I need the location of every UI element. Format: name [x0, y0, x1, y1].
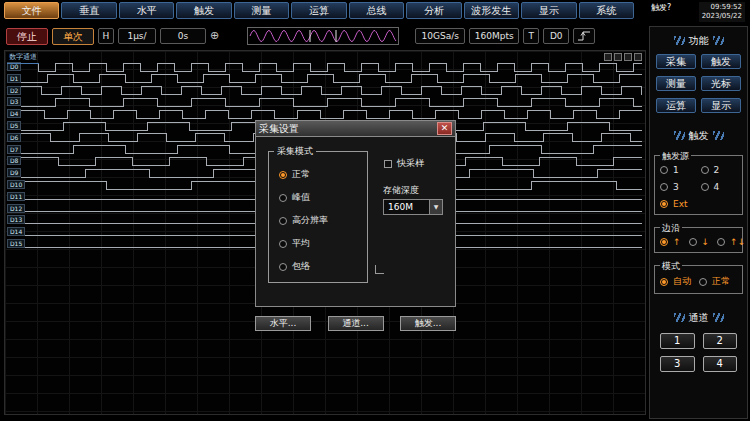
dialog-footer-button-1[interactable]: 通道... — [328, 316, 384, 331]
radio-icon — [699, 278, 707, 286]
dialog-titlebar[interactable]: 采集设置 ✕ — [255, 120, 456, 137]
trigger-source-label: 触发源 — [660, 150, 691, 163]
channel-label-d11[interactable]: D11 — [7, 192, 25, 201]
trigger-slope-icon[interactable] — [573, 28, 595, 44]
radio-label: 正常 — [292, 168, 310, 181]
channel-label-d7[interactable]: D7 — [7, 145, 21, 154]
radio-label: ↓ — [702, 237, 710, 247]
header-decoration-icon — [674, 36, 685, 45]
function-button-3[interactable]: 光标 — [701, 76, 741, 91]
channel-label-d3[interactable]: D3 — [7, 97, 21, 106]
radio-label: 峰值 — [292, 191, 310, 204]
channel-label-d13[interactable]: D13 — [7, 215, 25, 224]
menu-item-2[interactable]: 水平 — [119, 2, 174, 19]
wave-trace-d2 — [21, 87, 642, 95]
edge-option-0[interactable]: ↑ — [660, 237, 681, 247]
trigger-mode-group: 模式 自动正常 — [654, 265, 743, 294]
channel-label-d1[interactable]: D1 — [7, 74, 21, 83]
function-button-5[interactable]: 显示 — [701, 98, 741, 113]
stop-button[interactable]: 停止 — [6, 28, 48, 45]
function-button-1[interactable]: 触发 — [701, 54, 741, 69]
window-control-icon-0[interactable] — [604, 53, 612, 61]
radio-icon — [717, 238, 725, 246]
acq-mode-option-1[interactable]: 峰值 — [279, 191, 367, 204]
menu-item-10[interactable]: 系统 — [579, 2, 634, 19]
timebase-value[interactable]: 1μs/ — [118, 28, 156, 44]
acq-mode-option-2[interactable]: 高分辨率 — [279, 214, 367, 227]
acq-mode-option-3[interactable]: 平均 — [279, 237, 367, 250]
channel-label-d5[interactable]: D5 — [7, 121, 21, 130]
memory-depth-dropdown[interactable]: 160M ▼ — [383, 199, 443, 215]
channel-label-d6[interactable]: D6 — [7, 133, 21, 142]
menu-item-8[interactable]: 波形发生 — [464, 2, 519, 19]
dialog-body: 采集模式 正常峰值高分辨率平均包络 快采样 存储深度 160M ▼ — [255, 137, 456, 307]
channel-label-d9[interactable]: D9 — [7, 168, 21, 177]
window-control-icon-2[interactable] — [624, 53, 632, 61]
clock: 09:59:52 2023/05/22 — [699, 2, 745, 22]
acq-mode-group-label: 采集模式 — [274, 145, 316, 158]
offset-value[interactable]: 0s — [160, 28, 206, 44]
channel-label-d14[interactable]: D14 — [7, 227, 25, 236]
acq-mode-option-4[interactable]: 包络 — [279, 260, 367, 273]
menu-item-3[interactable]: 触发 — [176, 2, 231, 19]
menu-item-1[interactable]: 垂直 — [61, 2, 116, 19]
trigger-mode-option-1[interactable]: 正常 — [699, 275, 730, 288]
menu-item-9[interactable]: 显示 — [521, 2, 576, 19]
menu-item-0[interactable]: 文件 — [4, 2, 59, 19]
memory-depth-label: 存储深度 — [383, 184, 419, 197]
channel-label-d8[interactable]: D8 — [7, 156, 21, 165]
menu-item-7[interactable]: 分析 — [406, 2, 461, 19]
radio-icon — [660, 238, 668, 246]
radio-label: 1 — [673, 165, 679, 175]
trigger-source-value[interactable]: D0 — [543, 28, 569, 44]
channel-label-d4[interactable]: D4 — [7, 109, 21, 118]
function-button-0[interactable]: 采集 — [656, 54, 696, 69]
radio-label: 自动 — [673, 275, 691, 288]
trigger-source-option-3[interactable]: 4 — [701, 182, 738, 192]
window-control-icon-3[interactable] — [634, 53, 642, 61]
dialog-title: 采集设置 — [259, 122, 299, 136]
preview-sine-wave — [250, 31, 396, 42]
menu-item-6[interactable]: 总线 — [349, 2, 404, 19]
offset-knob-icon[interactable]: ⊕ — [210, 28, 219, 44]
channel-button-4[interactable]: 4 — [703, 356, 738, 372]
header-decoration-icon — [713, 131, 724, 140]
channel-label-d12[interactable]: D12 — [7, 204, 25, 213]
window-control-icon-1[interactable] — [614, 53, 622, 61]
wave-trace-d0 — [21, 63, 642, 71]
single-button[interactable]: 单次 — [52, 28, 94, 45]
right-sidebar: 触发? 09:59:52 2023/05/22 功能 采集触发测量光标运算显示 … — [648, 0, 749, 421]
menu-item-5[interactable]: 运算 — [291, 2, 346, 19]
sidebar-panel: 功能 采集触发测量光标运算显示 触发 触发源 1234Ext 边沿 ↑↓↑↓ 模… — [649, 26, 748, 419]
close-icon[interactable]: ✕ — [437, 122, 452, 135]
edge-option-2[interactable]: ↑↓ — [717, 237, 745, 247]
radio-icon — [689, 238, 697, 246]
menu-item-4[interactable]: 测量 — [234, 2, 289, 19]
digital-channels-tab[interactable]: 数字通道 — [7, 52, 39, 64]
wave-trace-d4 — [21, 110, 642, 118]
function-button-2[interactable]: 测量 — [656, 76, 696, 91]
trigger-mode-option-0[interactable]: 自动 — [660, 275, 691, 288]
channel-label-d2[interactable]: D2 — [7, 86, 21, 95]
trigger-status-text: 触发? — [651, 2, 671, 13]
trigger-source-option-4[interactable]: Ext — [660, 199, 697, 209]
trigger-source-option-2[interactable]: 3 — [660, 182, 697, 192]
waveform-preview[interactable] — [247, 27, 399, 45]
dialog-footer-button-0[interactable]: 水平... — [255, 316, 311, 331]
mode-options: 自动正常 — [660, 275, 737, 288]
fast-sample-checkbox[interactable]: 快采样 — [384, 157, 424, 170]
function-button-4[interactable]: 运算 — [656, 98, 696, 113]
radio-icon — [279, 171, 287, 179]
channel-label-d10[interactable]: D10 — [7, 180, 25, 189]
trigger-source-option-1[interactable]: 2 — [701, 165, 738, 175]
acq-mode-group: 采集模式 正常峰值高分辨率平均包络 — [268, 151, 368, 283]
channel-button-1[interactable]: 1 — [660, 333, 695, 349]
channel-label-d15[interactable]: D15 — [7, 239, 25, 248]
dialog-footer: 水平...通道...触发... — [255, 316, 456, 331]
edge-option-1[interactable]: ↓ — [689, 237, 710, 247]
channel-button-3[interactable]: 3 — [660, 356, 695, 372]
trigger-source-option-0[interactable]: 1 — [660, 165, 697, 175]
acq-mode-option-0[interactable]: 正常 — [279, 168, 367, 181]
dialog-footer-button-2[interactable]: 触发... — [400, 316, 456, 331]
channel-button-2[interactable]: 2 — [703, 333, 738, 349]
